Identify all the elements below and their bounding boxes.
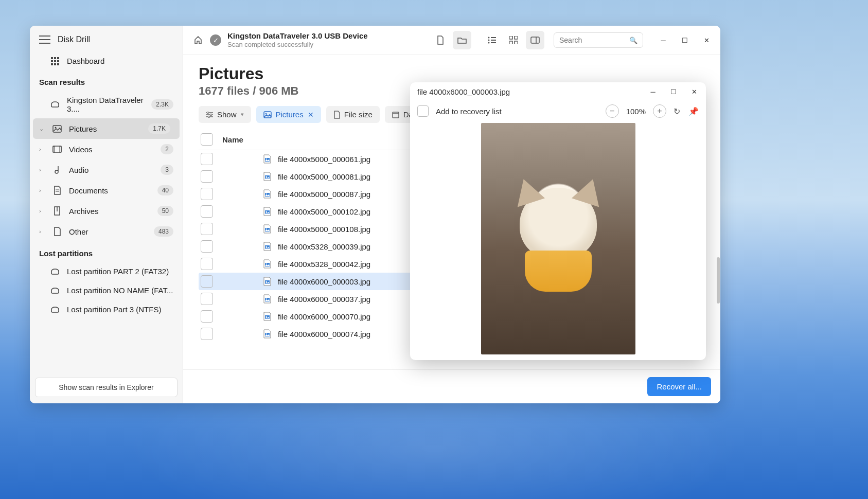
svg-rect-23 <box>491 42 496 43</box>
filter-pictures[interactable]: Pictures ✕ <box>256 106 321 123</box>
row-checkbox[interactable] <box>201 310 213 323</box>
file-name: file 4000x6000_000074.jpg <box>278 330 370 338</box>
nav-category-documents[interactable]: ›Documents40 <box>30 180 183 201</box>
rotate-icon[interactable]: ↻ <box>674 106 680 116</box>
file-image-icon <box>262 189 272 199</box>
nav-category-pictures[interactable]: ⌄Pictures1.7K <box>33 118 180 139</box>
menu-icon[interactable] <box>39 35 50 44</box>
svg-rect-28 <box>531 37 539 43</box>
row-checkbox[interactable] <box>201 170 213 183</box>
nav-category-count: 50 <box>157 206 173 216</box>
file-name: file 4000x5000_000087.jpg <box>278 190 370 199</box>
svg-rect-5 <box>57 60 59 62</box>
preview-maximize-button[interactable]: ☐ <box>669 88 678 96</box>
view-file-icon[interactable] <box>431 31 450 49</box>
scrollbar-thumb[interactable] <box>717 257 720 304</box>
nav-device-label: Kingston DataTraveler 3.... <box>67 96 144 113</box>
row-checkbox[interactable] <box>201 205 213 218</box>
nav-lost-partition[interactable]: Lost partition Part 3 (NTFS) <box>30 300 183 319</box>
nav-lost-partition[interactable]: Lost partition NO NAME (FAT... <box>30 281 183 300</box>
sidebar: Disk Drill Dashboard Scan results Kingst… <box>30 26 183 403</box>
row-checkbox[interactable] <box>201 153 213 165</box>
row-checkbox[interactable] <box>201 275 213 288</box>
svg-point-35 <box>208 116 210 118</box>
column-name-header[interactable]: Name <box>222 135 243 144</box>
nav-dashboard[interactable]: Dashboard <box>30 51 183 70</box>
row-checkbox[interactable] <box>201 258 213 270</box>
nav-lost-label: Lost partition PART 2 (FAT32) <box>67 267 169 276</box>
file-image-icon <box>262 154 272 164</box>
row-checkbox[interactable] <box>201 223 213 235</box>
chevron-right-icon: › <box>39 228 44 235</box>
row-checkbox[interactable] <box>201 328 213 340</box>
select-all-checkbox[interactable] <box>201 133 213 146</box>
svg-point-43 <box>266 176 267 177</box>
svg-point-34 <box>210 114 212 116</box>
nav-lost-label: Lost partition NO NAME (FAT... <box>67 286 173 295</box>
svg-rect-21 <box>491 40 496 41</box>
drive-icon <box>50 307 60 313</box>
nav-category-count: 40 <box>157 185 173 195</box>
maximize-button[interactable]: ☐ <box>680 37 689 44</box>
preview-minimize-button[interactable]: ─ <box>648 88 658 96</box>
file-name: file 4000x6000_000070.jpg <box>278 312 370 321</box>
filter-filesize[interactable]: File size <box>326 106 380 123</box>
nav-category-count: 3 <box>161 165 173 175</box>
filter-show-label: Show <box>217 110 237 119</box>
nav-device[interactable]: Kingston DataTraveler 3.... 2.3K <box>30 91 183 118</box>
zoom-out-button[interactable]: − <box>606 104 619 118</box>
view-grid-icon[interactable] <box>504 31 523 49</box>
nav-category-count: 1.7K <box>148 123 170 134</box>
nav-category-archives[interactable]: ›Archives50 <box>30 201 183 221</box>
view-folder-icon[interactable] <box>453 31 471 49</box>
svg-point-61 <box>266 333 267 334</box>
nav-lost-label: Lost partition Part 3 (NTFS) <box>67 305 161 314</box>
svg-point-55 <box>266 281 267 282</box>
nav-lost-partition[interactable]: Lost partition PART 2 (FAT32) <box>30 262 183 281</box>
zoom-in-button[interactable]: + <box>653 104 666 118</box>
nav-category-videos[interactable]: ›Videos2 <box>30 139 183 159</box>
svg-point-22 <box>488 42 490 44</box>
file-image-icon <box>262 259 272 269</box>
nav-category-label: Pictures <box>69 124 97 133</box>
minimize-button[interactable]: ─ <box>659 37 668 44</box>
file-name: file 4000x6000_000037.jpg <box>278 295 370 304</box>
close-button[interactable]: ✕ <box>702 37 711 44</box>
videos-icon <box>52 146 62 153</box>
nav-category-audio[interactable]: ›Audio3 <box>30 159 183 180</box>
file-image-icon <box>262 312 272 321</box>
file-image-icon <box>262 294 272 304</box>
row-checkbox[interactable] <box>201 188 213 200</box>
zoom-level: 100% <box>626 107 646 116</box>
row-checkbox[interactable] <box>201 240 213 253</box>
pin-icon[interactable]: 📌 <box>688 106 699 116</box>
search-input[interactable] <box>559 36 629 44</box>
archives-icon <box>52 206 62 216</box>
show-in-explorer-button[interactable]: Show scan results in Explorer <box>35 378 178 397</box>
filter-show[interactable]: Show ▾ <box>199 106 251 123</box>
home-icon[interactable] <box>192 34 204 46</box>
add-to-recovery-checkbox[interactable] <box>417 105 429 117</box>
preview-window: file 4000x6000_000003.jpg ─ ☐ ✕ Add to r… <box>410 82 706 360</box>
svg-rect-24 <box>509 36 512 39</box>
nav-category-other[interactable]: ›Other483 <box>30 221 183 242</box>
nav-category-label: Other <box>69 227 88 236</box>
row-checkbox[interactable] <box>201 293 213 305</box>
chevron-right-icon: › <box>39 167 44 173</box>
nav-category-count: 2 <box>161 144 173 154</box>
svg-rect-3 <box>51 60 53 62</box>
view-list-icon[interactable] <box>483 31 501 49</box>
image-icon <box>263 111 272 118</box>
preview-filename: file 4000x6000_000003.jpg <box>417 87 510 96</box>
svg-rect-26 <box>509 41 512 44</box>
preview-close-button[interactable]: ✕ <box>689 88 699 96</box>
nav-category-label: Audio <box>69 166 88 174</box>
filter-pictures-clear[interactable]: ✕ <box>308 111 314 119</box>
recover-all-button[interactable]: Recover all... <box>647 377 711 396</box>
search-box[interactable]: 🔍 <box>554 32 643 48</box>
drive-icon <box>50 288 60 294</box>
add-to-recovery-label: Add to recovery list <box>436 107 502 116</box>
nav-category-count: 483 <box>154 226 173 237</box>
other-icon <box>52 227 62 236</box>
view-sidebar-icon[interactable] <box>526 31 544 49</box>
